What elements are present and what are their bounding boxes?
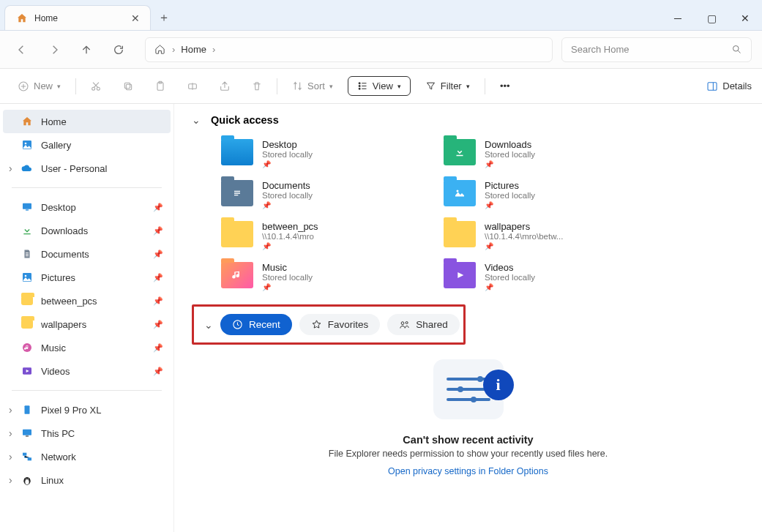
pictures-icon bbox=[20, 271, 34, 284]
home-icon bbox=[15, 12, 29, 25]
documents-icon bbox=[20, 247, 34, 261]
rename-button[interactable] bbox=[180, 76, 205, 97]
empty-title: Can't show recent activity bbox=[403, 434, 533, 446]
music-folder-icon bbox=[221, 262, 253, 288]
svg-point-28 bbox=[26, 479, 26, 479]
svg-rect-12 bbox=[708, 82, 717, 90]
qa-item-documents[interactable]: DocumentsStored locally📌 bbox=[221, 177, 429, 212]
content-area: Home Gallery User - Personal Desktop📌 Do… bbox=[0, 104, 762, 532]
minimize-button[interactable]: ─ bbox=[661, 7, 695, 30]
share-button[interactable] bbox=[212, 76, 237, 97]
pin-icon: 📌 bbox=[153, 226, 163, 236]
qa-item-videos[interactable]: VideosStored locally📌 bbox=[444, 259, 651, 294]
tab-shared[interactable]: Shared bbox=[387, 314, 460, 335]
window-controls: ─ ▢ ✕ bbox=[661, 7, 762, 30]
empty-subtitle: File Explorer needs permission to show y… bbox=[329, 449, 608, 459]
sidebar-item-documents[interactable]: Documents📌 bbox=[3, 242, 171, 266]
sidebar-item-pixel[interactable]: Pixel 9 Pro XL bbox=[3, 398, 171, 422]
sidebar-item-downloads[interactable]: Downloads📌 bbox=[3, 219, 171, 242]
sidebar-item-between-pcs[interactable]: between_pcs📌 bbox=[3, 289, 171, 312]
sidebar-item-home[interactable]: Home bbox=[3, 110, 171, 133]
divider bbox=[75, 78, 76, 94]
sidebar-item-thispc[interactable]: This PC bbox=[3, 422, 171, 445]
qa-item-music[interactable]: MusicStored locally📌 bbox=[221, 259, 429, 294]
paste-button[interactable] bbox=[148, 76, 173, 97]
sidebar-item-pictures[interactable]: Pictures📌 bbox=[3, 266, 171, 289]
network-icon bbox=[20, 450, 34, 463]
home-icon bbox=[153, 43, 166, 56]
browser-tab-home[interactable]: Home ✕ bbox=[4, 5, 151, 30]
divider bbox=[12, 390, 162, 391]
back-button[interactable] bbox=[10, 38, 34, 61]
chevron-down-icon: ⌄ bbox=[192, 114, 201, 126]
file-explorer-window: Home ✕ ＋ ─ ▢ ✕ › Home › Search Home New▾ bbox=[0, 0, 762, 532]
filter-button[interactable]: Filter▾ bbox=[418, 76, 477, 96]
delete-button[interactable] bbox=[244, 76, 269, 97]
tab-favorites[interactable]: Favorites bbox=[299, 314, 381, 335]
pin-icon: 📌 bbox=[153, 203, 163, 212]
main-content: ⌄ Quick access DesktopStored locally📌 Do… bbox=[174, 104, 762, 532]
cloud-icon bbox=[20, 162, 34, 175]
divider bbox=[277, 78, 277, 94]
refresh-button[interactable] bbox=[107, 38, 130, 61]
close-tab-icon[interactable]: ✕ bbox=[131, 12, 140, 24]
sidebar-item-network[interactable]: Network bbox=[3, 445, 171, 468]
home-icon bbox=[20, 115, 34, 128]
qa-item-desktop[interactable]: DesktopStored locally📌 bbox=[221, 136, 429, 171]
folder-icon bbox=[221, 221, 253, 247]
sidebar-item-wallpapers[interactable]: wallpapers📌 bbox=[3, 312, 171, 336]
info-badge-icon: i bbox=[483, 370, 514, 400]
sidebar-item-music[interactable]: Music📌 bbox=[3, 336, 171, 359]
gallery-icon bbox=[20, 138, 34, 151]
sidebar-item-desktop[interactable]: Desktop📌 bbox=[3, 195, 171, 219]
qa-item-pictures[interactable]: PicturesStored locally📌 bbox=[444, 177, 651, 212]
qa-item-wallpapers[interactable]: wallpapers\\10.1.4.4\mro\betw...📌 bbox=[444, 218, 651, 253]
videos-folder-icon bbox=[444, 262, 476, 288]
chevron-down-icon[interactable]: ⌄ bbox=[204, 319, 213, 331]
divider bbox=[12, 187, 162, 188]
pin-icon: 📌 bbox=[153, 367, 163, 376]
linux-icon bbox=[20, 473, 34, 487]
search-input[interactable]: Search Home bbox=[561, 37, 752, 62]
svg-rect-16 bbox=[26, 209, 29, 210]
new-button[interactable]: New▾ bbox=[10, 76, 68, 97]
forward-button[interactable] bbox=[42, 38, 66, 61]
maximize-button[interactable]: ▢ bbox=[695, 7, 728, 30]
svg-point-3 bbox=[97, 87, 100, 90]
folder-icon bbox=[20, 294, 34, 307]
close-button[interactable]: ✕ bbox=[728, 7, 762, 30]
view-button[interactable]: View▾ bbox=[348, 76, 411, 96]
breadcrumb-home[interactable]: Home bbox=[181, 44, 206, 55]
details-pane-button[interactable]: Details bbox=[706, 80, 752, 92]
new-tab-button[interactable]: ＋ bbox=[151, 5, 177, 30]
more-button[interactable]: ••• bbox=[493, 76, 518, 96]
empty-state: i Can't show recent activity File Explor… bbox=[192, 359, 744, 476]
cut-button[interactable] bbox=[83, 76, 108, 97]
svg-rect-5 bbox=[124, 83, 130, 88]
music-icon bbox=[20, 341, 34, 354]
tab-recent[interactable]: Recent bbox=[220, 314, 292, 335]
videos-icon bbox=[20, 364, 34, 378]
pin-icon: 📌 bbox=[153, 343, 163, 353]
breadcrumb-sep: › bbox=[172, 44, 175, 55]
address-bar[interactable]: › Home › bbox=[145, 37, 553, 62]
pictures-folder-icon bbox=[444, 180, 476, 206]
quick-access-grid: DesktopStored locally📌 DownloadsStored l… bbox=[221, 136, 744, 294]
pin-icon: 📌 bbox=[153, 250, 163, 259]
sidebar-item-onedrive[interactable]: User - Personal bbox=[3, 157, 171, 180]
qa-item-downloads[interactable]: DownloadsStored locally📌 bbox=[444, 136, 651, 171]
svg-point-27 bbox=[25, 479, 29, 484]
sidebar-item-gallery[interactable]: Gallery bbox=[3, 133, 171, 157]
svg-rect-15 bbox=[23, 203, 31, 209]
sort-button[interactable]: Sort▾ bbox=[285, 76, 340, 96]
up-button[interactable] bbox=[75, 38, 98, 61]
copy-button[interactable] bbox=[116, 76, 141, 97]
svg-point-11 bbox=[359, 88, 360, 89]
svg-point-29 bbox=[28, 479, 29, 479]
sidebar-item-linux[interactable]: Linux bbox=[3, 468, 171, 492]
svg-point-18 bbox=[25, 275, 27, 277]
qa-item-between-pcs[interactable]: between_pcs\\10.1.4.4\mro📌 bbox=[221, 218, 429, 253]
sidebar-item-videos[interactable]: Videos📌 bbox=[3, 359, 171, 383]
open-privacy-settings-link[interactable]: Open privacy settings in Folder Options bbox=[388, 466, 548, 476]
quick-access-header[interactable]: ⌄ Quick access bbox=[192, 114, 744, 126]
